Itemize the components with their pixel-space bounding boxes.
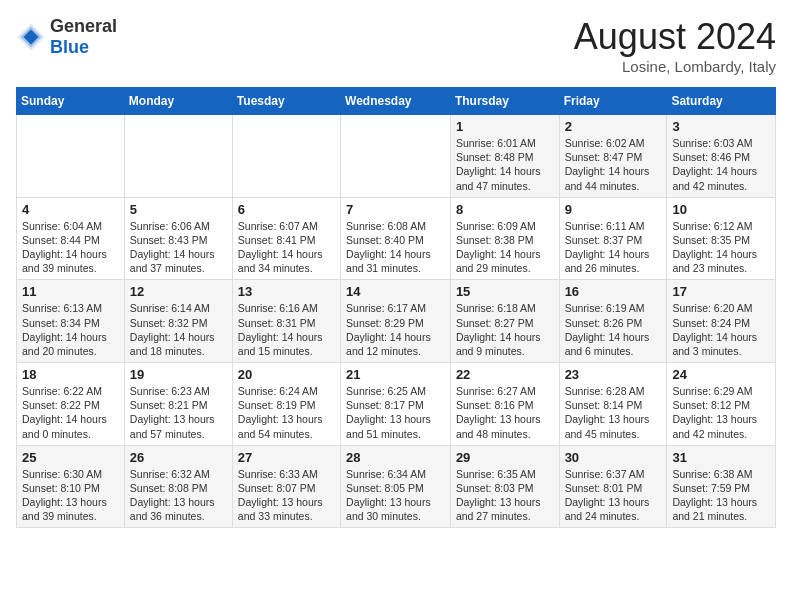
title-area: August 2024 Losine, Lombardy, Italy [574, 16, 776, 75]
day-info: Sunrise: 6:16 AM Sunset: 8:31 PM Dayligh… [238, 301, 335, 358]
day-number: 5 [130, 202, 227, 217]
day-cell: 15Sunrise: 6:18 AM Sunset: 8:27 PM Dayli… [450, 280, 559, 363]
header-row: Sunday Monday Tuesday Wednesday Thursday… [17, 88, 776, 115]
day-number: 15 [456, 284, 554, 299]
day-info: Sunrise: 6:04 AM Sunset: 8:44 PM Dayligh… [22, 219, 119, 276]
day-info: Sunrise: 6:01 AM Sunset: 8:48 PM Dayligh… [456, 136, 554, 193]
logo-text: General Blue [50, 16, 117, 58]
day-cell: 18Sunrise: 6:22 AM Sunset: 8:22 PM Dayli… [17, 363, 125, 446]
day-info: Sunrise: 6:24 AM Sunset: 8:19 PM Dayligh… [238, 384, 335, 441]
day-number: 30 [565, 450, 662, 465]
day-number: 28 [346, 450, 445, 465]
day-info: Sunrise: 6:14 AM Sunset: 8:32 PM Dayligh… [130, 301, 227, 358]
day-info: Sunrise: 6:30 AM Sunset: 8:10 PM Dayligh… [22, 467, 119, 524]
day-cell: 9Sunrise: 6:11 AM Sunset: 8:37 PM Daylig… [559, 197, 667, 280]
day-info: Sunrise: 6:17 AM Sunset: 8:29 PM Dayligh… [346, 301, 445, 358]
day-cell: 11Sunrise: 6:13 AM Sunset: 8:34 PM Dayli… [17, 280, 125, 363]
col-thursday: Thursday [450, 88, 559, 115]
day-info: Sunrise: 6:38 AM Sunset: 7:59 PM Dayligh… [672, 467, 770, 524]
day-cell: 28Sunrise: 6:34 AM Sunset: 8:05 PM Dayli… [341, 445, 451, 528]
col-tuesday: Tuesday [232, 88, 340, 115]
logo-blue: Blue [50, 37, 117, 58]
day-cell: 30Sunrise: 6:37 AM Sunset: 8:01 PM Dayli… [559, 445, 667, 528]
day-cell: 10Sunrise: 6:12 AM Sunset: 8:35 PM Dayli… [667, 197, 776, 280]
day-cell: 20Sunrise: 6:24 AM Sunset: 8:19 PM Dayli… [232, 363, 340, 446]
day-info: Sunrise: 6:33 AM Sunset: 8:07 PM Dayligh… [238, 467, 335, 524]
day-info: Sunrise: 6:20 AM Sunset: 8:24 PM Dayligh… [672, 301, 770, 358]
day-cell: 1Sunrise: 6:01 AM Sunset: 8:48 PM Daylig… [450, 115, 559, 198]
day-number: 18 [22, 367, 119, 382]
day-number: 22 [456, 367, 554, 382]
day-cell: 31Sunrise: 6:38 AM Sunset: 7:59 PM Dayli… [667, 445, 776, 528]
day-info: Sunrise: 6:23 AM Sunset: 8:21 PM Dayligh… [130, 384, 227, 441]
day-info: Sunrise: 6:09 AM Sunset: 8:38 PM Dayligh… [456, 219, 554, 276]
day-number: 17 [672, 284, 770, 299]
day-info: Sunrise: 6:28 AM Sunset: 8:14 PM Dayligh… [565, 384, 662, 441]
day-cell: 7Sunrise: 6:08 AM Sunset: 8:40 PM Daylig… [341, 197, 451, 280]
day-number: 16 [565, 284, 662, 299]
day-number: 20 [238, 367, 335, 382]
day-cell: 17Sunrise: 6:20 AM Sunset: 8:24 PM Dayli… [667, 280, 776, 363]
day-cell: 12Sunrise: 6:14 AM Sunset: 8:32 PM Dayli… [124, 280, 232, 363]
day-cell: 5Sunrise: 6:06 AM Sunset: 8:43 PM Daylig… [124, 197, 232, 280]
week-row-5: 25Sunrise: 6:30 AM Sunset: 8:10 PM Dayli… [17, 445, 776, 528]
day-info: Sunrise: 6:13 AM Sunset: 8:34 PM Dayligh… [22, 301, 119, 358]
day-cell: 3Sunrise: 6:03 AM Sunset: 8:46 PM Daylig… [667, 115, 776, 198]
day-number: 6 [238, 202, 335, 217]
col-friday: Friday [559, 88, 667, 115]
day-number: 14 [346, 284, 445, 299]
day-cell [232, 115, 340, 198]
day-number: 19 [130, 367, 227, 382]
day-cell: 13Sunrise: 6:16 AM Sunset: 8:31 PM Dayli… [232, 280, 340, 363]
day-cell: 23Sunrise: 6:28 AM Sunset: 8:14 PM Dayli… [559, 363, 667, 446]
day-number: 9 [565, 202, 662, 217]
day-info: Sunrise: 6:11 AM Sunset: 8:37 PM Dayligh… [565, 219, 662, 276]
day-cell [341, 115, 451, 198]
day-cell: 21Sunrise: 6:25 AM Sunset: 8:17 PM Dayli… [341, 363, 451, 446]
day-info: Sunrise: 6:08 AM Sunset: 8:40 PM Dayligh… [346, 219, 445, 276]
col-wednesday: Wednesday [341, 88, 451, 115]
day-info: Sunrise: 6:07 AM Sunset: 8:41 PM Dayligh… [238, 219, 335, 276]
col-saturday: Saturday [667, 88, 776, 115]
day-cell: 2Sunrise: 6:02 AM Sunset: 8:47 PM Daylig… [559, 115, 667, 198]
day-cell: 25Sunrise: 6:30 AM Sunset: 8:10 PM Dayli… [17, 445, 125, 528]
location: Losine, Lombardy, Italy [574, 58, 776, 75]
day-number: 26 [130, 450, 227, 465]
day-number: 11 [22, 284, 119, 299]
day-cell: 4Sunrise: 6:04 AM Sunset: 8:44 PM Daylig… [17, 197, 125, 280]
day-cell: 8Sunrise: 6:09 AM Sunset: 8:38 PM Daylig… [450, 197, 559, 280]
day-number: 4 [22, 202, 119, 217]
page-header: General Blue August 2024 Losine, Lombard… [16, 16, 776, 75]
col-monday: Monday [124, 88, 232, 115]
day-info: Sunrise: 6:37 AM Sunset: 8:01 PM Dayligh… [565, 467, 662, 524]
day-info: Sunrise: 6:19 AM Sunset: 8:26 PM Dayligh… [565, 301, 662, 358]
week-row-3: 11Sunrise: 6:13 AM Sunset: 8:34 PM Dayli… [17, 280, 776, 363]
logo: General Blue [16, 16, 117, 58]
day-cell: 22Sunrise: 6:27 AM Sunset: 8:16 PM Dayli… [450, 363, 559, 446]
col-sunday: Sunday [17, 88, 125, 115]
day-number: 21 [346, 367, 445, 382]
calendar-header: Sunday Monday Tuesday Wednesday Thursday… [17, 88, 776, 115]
logo-icon [16, 22, 46, 52]
day-number: 7 [346, 202, 445, 217]
day-number: 10 [672, 202, 770, 217]
day-info: Sunrise: 6:18 AM Sunset: 8:27 PM Dayligh… [456, 301, 554, 358]
day-cell: 14Sunrise: 6:17 AM Sunset: 8:29 PM Dayli… [341, 280, 451, 363]
day-info: Sunrise: 6:02 AM Sunset: 8:47 PM Dayligh… [565, 136, 662, 193]
day-cell: 27Sunrise: 6:33 AM Sunset: 8:07 PM Dayli… [232, 445, 340, 528]
day-info: Sunrise: 6:06 AM Sunset: 8:43 PM Dayligh… [130, 219, 227, 276]
day-info: Sunrise: 6:34 AM Sunset: 8:05 PM Dayligh… [346, 467, 445, 524]
calendar-table: Sunday Monday Tuesday Wednesday Thursday… [16, 87, 776, 528]
day-number: 25 [22, 450, 119, 465]
day-number: 31 [672, 450, 770, 465]
day-cell: 6Sunrise: 6:07 AM Sunset: 8:41 PM Daylig… [232, 197, 340, 280]
calendar-body: 1Sunrise: 6:01 AM Sunset: 8:48 PM Daylig… [17, 115, 776, 528]
day-number: 12 [130, 284, 227, 299]
day-info: Sunrise: 6:12 AM Sunset: 8:35 PM Dayligh… [672, 219, 770, 276]
logo-general: General [50, 16, 117, 37]
day-number: 29 [456, 450, 554, 465]
day-number: 13 [238, 284, 335, 299]
day-cell: 26Sunrise: 6:32 AM Sunset: 8:08 PM Dayli… [124, 445, 232, 528]
day-cell: 24Sunrise: 6:29 AM Sunset: 8:12 PM Dayli… [667, 363, 776, 446]
day-cell [17, 115, 125, 198]
